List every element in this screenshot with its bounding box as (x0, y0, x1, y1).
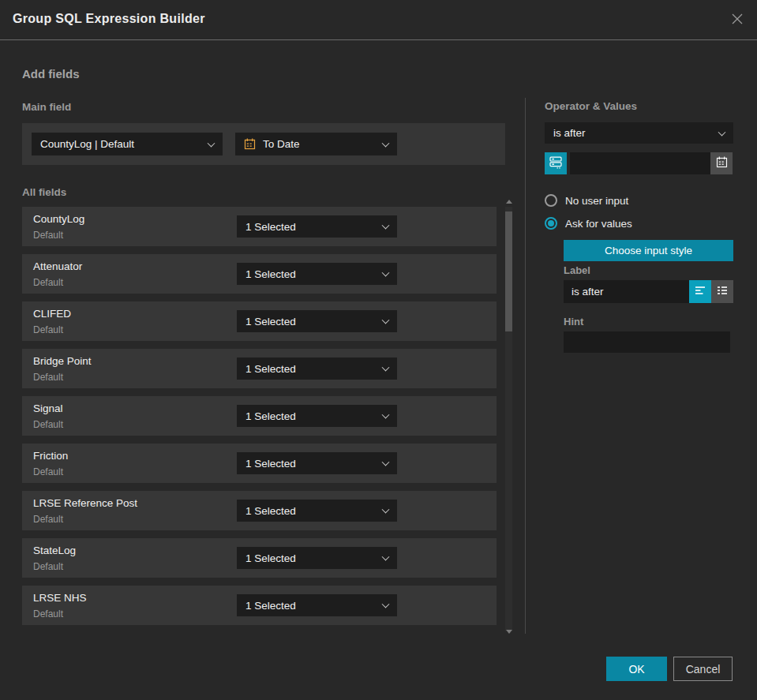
date-picker-button[interactable] (710, 152, 733, 174)
hint-input[interactable] (564, 331, 730, 353)
field-subtitle: Default (33, 466, 63, 477)
field-subtitle: Default (33, 277, 63, 288)
scrollbar-track[interactable] (505, 207, 512, 631)
vertical-divider (525, 98, 526, 634)
field-selected-value: 1 Selected (245, 600, 296, 612)
radio-selected-icon (545, 217, 557, 230)
date-type-select-value: To Date (263, 138, 300, 150)
field-subtitle: Default (33, 419, 63, 430)
main-field-label: Main field (22, 101, 71, 113)
field-subtitle: Default (33, 608, 63, 620)
field-row: Attenuator Default 1 Selected (22, 254, 497, 294)
field-selected-dropdown[interactable]: 1 Selected (237, 547, 397, 569)
field-selected-dropdown[interactable]: 1 Selected (237, 405, 397, 427)
chevron-down-icon (382, 506, 390, 514)
close-icon (731, 13, 744, 28)
field-selected-value: 1 Selected (245, 268, 296, 280)
chevron-down-icon (208, 139, 215, 147)
chevron-down-icon (382, 139, 390, 147)
chevron-down-icon (382, 411, 390, 419)
field-selected-dropdown[interactable]: 1 Selected (237, 500, 397, 522)
choose-input-style-button[interactable]: Choose input style (564, 240, 733, 261)
radio-ask-for-values-label: Ask for values (565, 218, 632, 230)
calendar-icon (716, 156, 728, 171)
ok-button[interactable]: OK (606, 657, 667, 681)
field-selected-value: 1 Selected (245, 410, 296, 422)
close-button[interactable] (728, 11, 747, 30)
add-fields-heading: Add fields (22, 67, 80, 80)
field-row: Signal Default 1 Selected (22, 396, 497, 436)
chevron-down-icon (382, 459, 390, 466)
field-selected-value: 1 Selected (245, 316, 296, 328)
all-fields-label: All fields (22, 186, 66, 198)
radio-icon (545, 194, 557, 207)
field-name: CountyLog (33, 213, 84, 225)
main-field-select[interactable]: CountyLog | Default (32, 133, 223, 155)
chevron-down-icon (382, 601, 390, 608)
dialog-title: Group SQL Expression Builder (13, 12, 205, 26)
field-subtitle: Default (33, 324, 63, 335)
label-field-label: Label (564, 264, 590, 276)
field-subtitle: Default (33, 372, 63, 383)
field-name: StateLog (33, 545, 76, 556)
all-fields-list: CountyLog Default 1 Selected Attenuator … (22, 207, 497, 633)
chevron-down-icon (718, 128, 726, 136)
field-row: Bridge Point Default 1 Selected (22, 349, 497, 388)
single-input-style-button[interactable] (689, 280, 711, 303)
field-selected-dropdown[interactable]: 1 Selected (237, 215, 397, 238)
field-name: CLIFED (33, 308, 71, 320)
radio-no-user-input-label: No user input (565, 195, 628, 207)
field-subtitle: Default (33, 561, 63, 572)
cancel-button[interactable]: Cancel (673, 657, 733, 681)
chevron-down-icon (382, 269, 390, 277)
operator-values-heading: Operator & Values (545, 100, 637, 112)
field-name: LRSE NHS (33, 592, 87, 604)
field-selected-value: 1 Selected (245, 363, 296, 375)
field-selected-value: 1 Selected (245, 221, 296, 233)
date-type-select[interactable]: To Date (235, 133, 397, 155)
field-subtitle: Default (33, 514, 63, 525)
field-row: LRSE NHS Default 1 Selected (22, 586, 497, 625)
radio-no-user-input[interactable]: No user input (545, 194, 628, 207)
list-icon (715, 283, 729, 301)
stacked-values-icon (549, 155, 563, 172)
field-name: Bridge Point (33, 355, 92, 367)
field-row: LRSE Reference Post Default 1 Selected (22, 491, 497, 530)
field-row: CLIFED Default 1 Selected (22, 301, 497, 341)
value-input[interactable] (570, 152, 710, 174)
scrollbar-thumb[interactable] (505, 211, 512, 331)
chevron-down-icon (382, 316, 390, 324)
scrollbar-up-arrow[interactable] (506, 200, 512, 204)
field-row: StateLog Default 1 Selected (22, 538, 497, 578)
field-selected-dropdown[interactable]: 1 Selected (237, 452, 397, 474)
unique-values-button[interactable] (545, 152, 567, 174)
field-subtitle: Default (33, 230, 63, 241)
scrollbar-down-arrow[interactable] (506, 630, 512, 634)
main-field-select-value: CountyLog | Default (40, 138, 134, 150)
field-selected-value: 1 Selected (245, 458, 296, 470)
field-selected-dropdown[interactable]: 1 Selected (237, 357, 397, 380)
field-name: Signal (33, 402, 63, 414)
field-row: CountyLog Default 1 Selected (22, 207, 497, 246)
radio-ask-for-values[interactable]: Ask for values (545, 217, 632, 230)
calendar-icon (244, 138, 256, 150)
operator-select[interactable]: is after (545, 122, 733, 144)
operator-select-value: is after (553, 127, 586, 139)
main-field-panel: CountyLog | Default To Date (22, 123, 505, 165)
field-selected-dropdown[interactable]: 1 Selected (237, 263, 397, 285)
field-name: Attenuator (33, 260, 82, 272)
field-selected-value: 1 Selected (245, 552, 296, 564)
chevron-down-icon (382, 553, 390, 561)
list-input-style-button[interactable] (711, 280, 733, 303)
field-row: Friction Default 1 Selected (22, 444, 497, 483)
field-name: LRSE Reference Post (33, 497, 137, 509)
dialog-titlebar: Group SQL Expression Builder (0, 0, 757, 40)
chevron-down-icon (382, 222, 390, 230)
label-input[interactable] (564, 280, 689, 303)
field-selected-dropdown[interactable]: 1 Selected (237, 594, 397, 616)
field-selected-value: 1 Selected (245, 505, 296, 517)
field-selected-dropdown[interactable]: 1 Selected (237, 310, 397, 332)
hint-field-label: Hint (564, 316, 583, 328)
field-name: Friction (33, 450, 68, 462)
align-left-icon (693, 283, 707, 301)
